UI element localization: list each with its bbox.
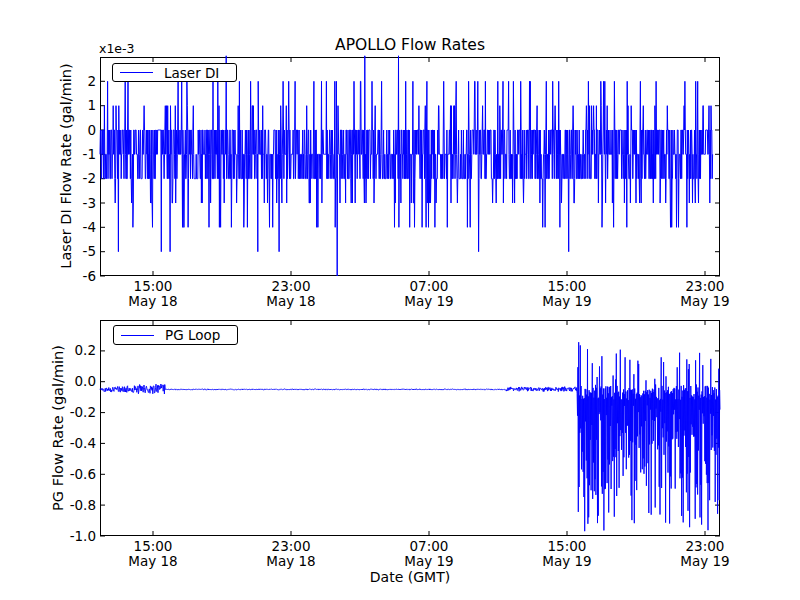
pg-loop-legend: PG Loop [113, 325, 238, 345]
pg-loop-plot-canvas [100, 320, 720, 536]
x-tick-label: 15:00May 19 [522, 539, 612, 568]
tick-marks [100, 320, 720, 536]
y-tick-label: 0.2 [41, 343, 96, 358]
x-tick-label: 23:00May 19 [660, 539, 750, 568]
top-y-axis-label: Laser DI Flow Rate (gal/min) [58, 63, 74, 268]
x-tick-time: 15:00 [108, 279, 198, 294]
x-tick-time: 15:00 [522, 279, 612, 294]
pg-loop-series-line [100, 342, 720, 531]
x-tick-date: May 19 [384, 294, 474, 309]
x-tick-label: 15:00May 19 [522, 279, 612, 308]
x-tick-time: 15:00 [108, 539, 198, 554]
x-tick-date: May 19 [522, 554, 612, 569]
y-tick-label: 1 [41, 98, 96, 113]
x-tick-date: May 19 [660, 554, 750, 569]
laser-di-legend: Laser DI [112, 63, 237, 82]
laser-di-legend-label: Laser DI [164, 65, 219, 81]
laser-di-plot-canvas [100, 57, 720, 276]
x-tick-label: 23:00May 18 [246, 279, 336, 308]
x-tick-label: 07:00May 19 [384, 279, 474, 308]
y-tick-label: 0 [41, 123, 96, 138]
y-tick-label: 2 [41, 74, 96, 89]
y-tick-label: -0.8 [41, 498, 96, 513]
figure: APOLLO Flow Rates x1e-3 Laser DI Flow Ra… [0, 0, 800, 600]
x-tick-time: 15:00 [522, 539, 612, 554]
x-tick-time: 23:00 [246, 279, 336, 294]
y-tick-label: -2 [41, 171, 96, 186]
top-y-offset-label: x1e-3 [99, 41, 135, 56]
x-tick-date: May 19 [384, 554, 474, 569]
x-tick-time: 23:00 [660, 279, 750, 294]
y-tick-label: -4 [41, 220, 96, 235]
x-tick-time: 07:00 [384, 279, 474, 294]
x-tick-date: May 18 [108, 554, 198, 569]
x-tick-date: May 18 [246, 554, 336, 569]
y-tick-label: -1.0 [41, 529, 96, 544]
bottom-y-axis-label: PG Flow Rate (gal/min) [50, 345, 66, 511]
x-tick-label: 23:00May 18 [246, 539, 336, 568]
y-tick-label: 0.0 [41, 374, 96, 389]
y-tick-label: -0.2 [41, 405, 96, 420]
x-tick-date: May 18 [246, 294, 336, 309]
x-tick-label: 15:00May 18 [108, 279, 198, 308]
laser-di-series-line [100, 56, 713, 276]
y-tick-label: -1 [41, 147, 96, 162]
y-tick-label: -5 [41, 244, 96, 259]
y-tick-label: -6 [41, 269, 96, 284]
x-tick-date: May 19 [522, 294, 612, 309]
pg-loop-legend-line [121, 335, 154, 336]
figure-title: APOLLO Flow Rates [110, 36, 710, 54]
x-tick-time: 23:00 [246, 539, 336, 554]
y-tick-label: -0.4 [41, 436, 96, 451]
x-tick-label: 23:00May 19 [660, 279, 750, 308]
x-tick-time: 23:00 [660, 539, 750, 554]
x-tick-label: 07:00May 19 [384, 539, 474, 568]
x-tick-label: 15:00May 18 [108, 539, 198, 568]
x-tick-time: 07:00 [384, 539, 474, 554]
y-tick-label: -3 [41, 196, 96, 211]
x-tick-date: May 19 [660, 294, 750, 309]
laser-di-legend-line [120, 72, 153, 73]
pg-loop-legend-label: PG Loop [165, 327, 220, 343]
x-axis-label: Date (GMT) [310, 569, 510, 585]
y-tick-label: -0.6 [41, 467, 96, 482]
x-tick-date: May 18 [108, 294, 198, 309]
